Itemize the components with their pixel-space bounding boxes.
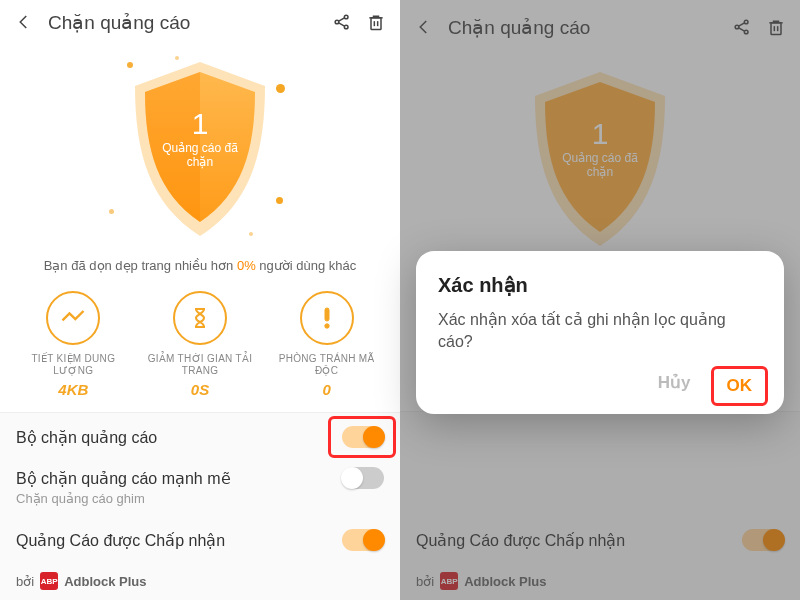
share-icon[interactable]	[732, 17, 752, 37]
back-icon[interactable]	[14, 12, 34, 32]
svg-point-10	[324, 324, 328, 328]
dialog-cancel-button[interactable]: Hủy	[658, 372, 691, 400]
metrics-row: TIẾT KIỆM DUNG LƯỢNG 4KB GIẢM THỜI GIAN …	[0, 291, 400, 412]
footer-credit: bởi ABP Adblock Plus	[0, 564, 400, 600]
svg-line-3	[339, 18, 345, 21]
comparison-text: Bạn đã dọn dẹp trang nhiều hơn 0% người …	[44, 258, 357, 273]
settings-list: Bộ chặn quảng cáo Bộ chặn quảng cáo mạnh…	[0, 412, 400, 600]
metric-malware: PHÒNG TRÁNH MÃ ĐỘC 0	[270, 291, 384, 398]
svg-line-4	[339, 23, 345, 26]
svg-rect-9	[325, 308, 329, 321]
row-ad-blocker[interactable]: Bộ chặn quảng cáo	[0, 413, 400, 461]
svg-point-11	[735, 25, 739, 29]
page-title: Chặn quảng cáo	[48, 11, 318, 34]
svg-point-1	[344, 15, 348, 19]
svg-line-15	[739, 28, 745, 31]
toggle-acceptable-ads[interactable]	[742, 529, 784, 551]
svg-point-12	[744, 20, 748, 24]
dialog-ok-button[interactable]: OK	[717, 372, 763, 400]
blocked-count: 1	[162, 106, 238, 140]
trash-icon[interactable]	[766, 17, 786, 37]
line-chart-icon	[46, 291, 100, 345]
header: Chặn quảng cáo	[0, 0, 400, 44]
svg-point-2	[344, 25, 348, 29]
row-acceptable-ads[interactable]: Quảng Cáo được Chấp nhận	[0, 516, 400, 564]
svg-rect-5	[371, 18, 381, 30]
row-acceptable-ads[interactable]: Quảng Cáo được Chấp nhận	[400, 516, 800, 564]
abp-logo-icon: ABP	[40, 572, 58, 590]
toggle-acceptable-ads[interactable]	[342, 529, 384, 551]
back-icon[interactable]	[414, 17, 434, 37]
svg-point-13	[744, 30, 748, 34]
svg-point-0	[335, 20, 339, 24]
metric-data-saved: TIẾT KIỆM DUNG LƯỢNG 4KB	[16, 291, 130, 398]
shield-section: 1 Quảng cáo đã chặn Bạn đã dọn dẹp trang…	[0, 44, 400, 412]
share-icon[interactable]	[332, 12, 352, 32]
trash-icon[interactable]	[366, 12, 386, 32]
metric-time-saved: GIẢM THỜI GIAN TẢI TRANG 0S	[143, 291, 257, 398]
row-strong-blocker[interactable]: Bộ chặn quảng cáo mạnh mẽ Chặn quảng cáo…	[0, 461, 400, 516]
highlight-box	[711, 366, 769, 406]
svg-rect-16	[771, 23, 781, 35]
screen-main: Chặn quảng cáo	[0, 0, 400, 600]
dialog-body: Xác nhận xóa tất cả ghi nhận lọc quảng c…	[438, 309, 762, 352]
screen-dialog: Chặn quảng cáo 1 Quảng cáo đã chặn Bạn đ…	[400, 0, 800, 600]
shield-graphic: 1 Quảng cáo đã chặn	[105, 54, 295, 244]
hourglass-icon	[173, 291, 227, 345]
confirm-dialog: Xác nhận Xác nhận xóa tất cả ghi nhận lọ…	[416, 251, 784, 414]
dialog-title: Xác nhận	[438, 273, 762, 297]
blocked-label-1: Quảng cáo đã	[162, 140, 238, 154]
alert-icon	[300, 291, 354, 345]
highlight-box	[328, 416, 396, 458]
blocked-label-2: chặn	[162, 155, 238, 169]
toggle-strong-blocker[interactable]	[342, 467, 384, 489]
svg-line-14	[739, 23, 745, 26]
